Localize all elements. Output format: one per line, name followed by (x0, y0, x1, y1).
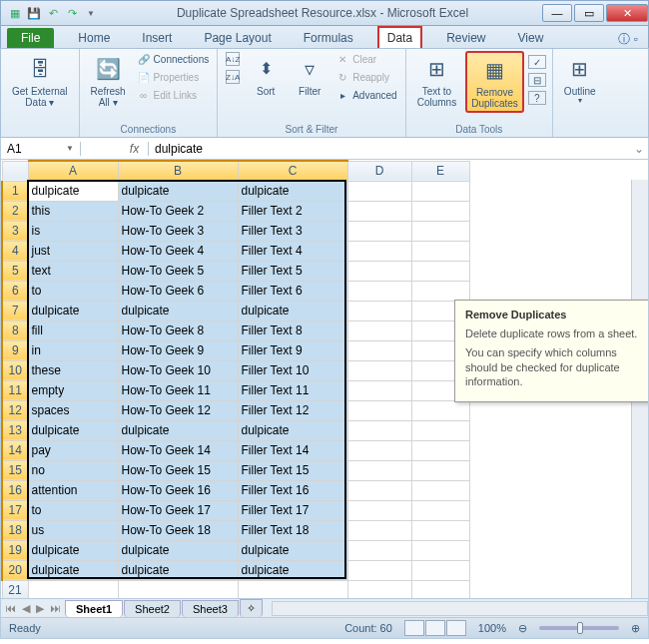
cell[interactable]: How-To Geek 4 (118, 241, 238, 261)
name-box[interactable]: A1▼ (1, 142, 81, 156)
row-header[interactable]: 19 (2, 540, 28, 560)
tab-view[interactable]: View (510, 28, 552, 48)
row-header[interactable]: 12 (2, 400, 28, 420)
row-header[interactable]: 2 (2, 201, 28, 221)
cell[interactable]: How-To Geek 6 (118, 281, 238, 301)
cell[interactable]: to (28, 281, 118, 301)
sort-za-button[interactable]: Z↓A (224, 69, 242, 85)
properties-button[interactable]: 📄Properties (135, 69, 212, 85)
row-header[interactable]: 5 (2, 261, 28, 281)
data-validation-icon[interactable]: ✓ (528, 55, 546, 69)
connections-button[interactable]: 🔗Connections (135, 51, 212, 67)
zoom-slider[interactable] (539, 626, 619, 630)
formula-input[interactable]: dulpicate (149, 142, 630, 156)
qat-dropdown-icon[interactable]: ▼ (83, 5, 99, 21)
cell[interactable]: Filler Text 17 (238, 500, 347, 520)
cell[interactable]: Filler Text 5 (238, 261, 347, 281)
cell[interactable] (411, 560, 469, 580)
cell[interactable]: Filler Text 15 (238, 460, 347, 480)
cell[interactable]: Filler Text 10 (238, 360, 347, 380)
cell[interactable] (347, 261, 411, 281)
cell[interactable]: How-To Geek 12 (118, 400, 238, 420)
cell[interactable]: text (28, 261, 118, 281)
cell[interactable]: us (28, 520, 118, 540)
zoom-out-button[interactable]: ⊖ (518, 622, 527, 635)
zoom-in-button[interactable]: ⊕ (631, 622, 640, 635)
cell[interactable]: Filler Text 3 (238, 221, 347, 241)
cell[interactable]: pay (28, 440, 118, 460)
cell[interactable]: these (28, 360, 118, 380)
cell[interactable] (347, 480, 411, 500)
cell[interactable]: attention (28, 480, 118, 500)
sort-az-button[interactable]: A↓Z (224, 51, 242, 67)
maximize-button[interactable]: ▭ (574, 4, 604, 22)
row-header[interactable]: 6 (2, 281, 28, 301)
cell[interactable] (347, 500, 411, 520)
fx-icon[interactable]: fx (121, 142, 149, 156)
cell[interactable] (118, 580, 238, 599)
next-sheet-icon[interactable]: ▶ (36, 602, 44, 615)
cell[interactable] (347, 281, 411, 301)
cell[interactable]: How-To Geek 16 (118, 480, 238, 500)
cell[interactable] (411, 520, 469, 540)
cell[interactable] (347, 241, 411, 261)
cell[interactable] (411, 221, 469, 241)
cell[interactable] (347, 380, 411, 400)
cell[interactable]: this (28, 201, 118, 221)
col-header-C[interactable]: C (238, 161, 347, 181)
cell[interactable]: in (28, 340, 118, 360)
dropdown-icon[interactable]: ▼ (66, 144, 74, 153)
cell[interactable]: How-To Geek 3 (118, 221, 238, 241)
tab-formulas[interactable]: Formulas (296, 28, 361, 48)
sheet-tab-1[interactable]: Sheet1 (65, 600, 123, 617)
row-header[interactable]: 16 (2, 480, 28, 500)
tab-insert[interactable]: Insert (134, 28, 180, 48)
cell[interactable]: How-To Geek 11 (118, 380, 238, 400)
cell[interactable]: How-To Geek 2 (118, 201, 238, 221)
cell[interactable] (411, 500, 469, 520)
cell[interactable]: is (28, 221, 118, 241)
cell[interactable] (347, 520, 411, 540)
minimize-button[interactable]: — (542, 4, 572, 22)
filter-button[interactable]: ▿ Filter (290, 51, 329, 100)
cell[interactable] (411, 241, 469, 261)
row-header[interactable]: 8 (2, 321, 28, 340)
last-sheet-icon[interactable]: ⏭ (50, 602, 61, 615)
cell[interactable]: Filler Text 14 (238, 440, 347, 460)
prev-sheet-icon[interactable]: ◀ (22, 602, 30, 615)
cell[interactable]: How-To Geek 15 (118, 460, 238, 480)
sort-button[interactable]: ⬍ Sort (246, 51, 286, 100)
sheet-tab-2[interactable]: Sheet2 (124, 600, 181, 617)
first-sheet-icon[interactable]: ⏮ (5, 602, 16, 615)
cell[interactable] (347, 221, 411, 241)
row-header[interactable]: 11 (2, 380, 28, 400)
row-header[interactable]: 13 (2, 420, 28, 440)
text-to-columns-button[interactable]: ⊞ Text to Columns (412, 51, 461, 111)
cell[interactable] (347, 340, 411, 360)
get-external-data-button[interactable]: 🗄 Get External Data ▾ (7, 51, 73, 111)
cell[interactable] (28, 580, 118, 599)
cell[interactable] (411, 420, 469, 440)
horizontal-scrollbar[interactable] (272, 601, 648, 616)
close-button[interactable]: ✕ (606, 4, 648, 22)
cell[interactable]: dulpicate (238, 540, 347, 560)
tab-review[interactable]: Review (438, 28, 493, 48)
cell[interactable]: Filler Text 8 (238, 321, 347, 340)
expand-formula-icon[interactable]: ⌄ (630, 142, 648, 156)
page-layout-view-button[interactable] (425, 620, 445, 636)
cell[interactable] (411, 540, 469, 560)
cell[interactable]: Filler Text 9 (238, 340, 347, 360)
cell[interactable] (347, 201, 411, 221)
cell[interactable] (347, 460, 411, 480)
cell[interactable] (347, 321, 411, 340)
col-header-E[interactable]: E (411, 161, 469, 181)
cell[interactable]: dulpicate (118, 420, 238, 440)
tab-page-layout[interactable]: Page Layout (196, 28, 279, 48)
help-icon[interactable]: ⓘ ▫ (618, 31, 638, 48)
row-header[interactable]: 1 (2, 181, 28, 201)
tab-data[interactable]: Data (377, 26, 422, 48)
cell[interactable] (411, 400, 469, 420)
cell[interactable]: dulpicate (28, 181, 118, 201)
cell[interactable] (347, 540, 411, 560)
undo-icon[interactable]: ↶ (45, 5, 61, 21)
